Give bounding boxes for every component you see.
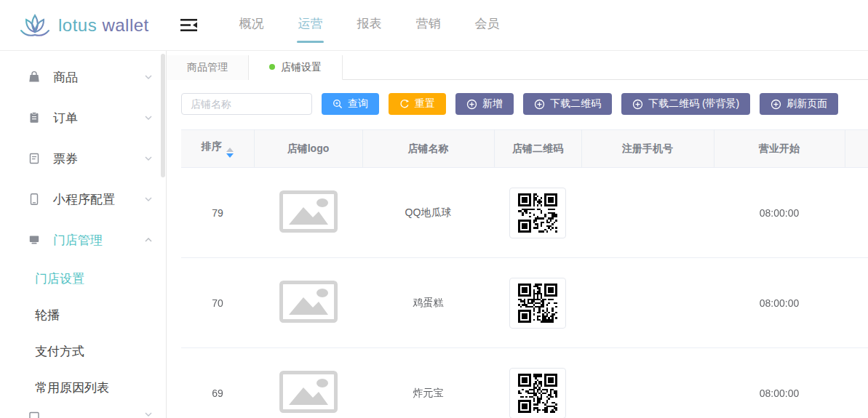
brand-word-lotus: lotus [58,15,97,35]
sidebar-scrollbar-thumb[interactable] [161,54,165,177]
store-qrcode [509,368,566,418]
sidebar-item-label: 小程序配置 [53,191,144,208]
sidebar-item-goods[interactable]: 商品 [0,57,166,97]
table-row: 69 炸元宝 08:00:00 [181,348,868,418]
cell-sort: 79 [181,168,254,258]
cell-open-time: 08:00:00 [714,258,845,348]
column-header-name: 店铺名称 [362,130,494,168]
cell-sort: 70 [181,258,254,348]
chevron-down-icon [144,113,153,122]
tab-bar: 商品管理 店铺设置 [167,55,868,80]
tab-label: 店铺设置 [281,61,322,73]
submenu-item-payment-methods[interactable]: 支付方式 [0,333,166,369]
chevron-down-icon [144,410,153,418]
plus-circle-icon [771,99,781,110]
cell-store-name: 鸡蛋糕 [362,258,494,348]
sidebar-item-label: 票券 [53,150,144,167]
image-placeholder-icon [279,190,338,233]
sidebar-item-label: 商品 [53,69,144,86]
search-icon [333,99,343,109]
cell-phone [581,168,714,258]
top-nav: 概况 运营 报表 营销 会员 [222,0,517,51]
reset-button[interactable]: 重置 [389,93,446,115]
sidebar-item-tickets[interactable]: 票券 [0,138,166,179]
sidebar-menu-overflow [0,406,166,418]
refresh-page-button[interactable]: 刷新页面 [760,93,838,115]
nav-item-members[interactable]: 会员 [458,0,517,51]
sort-carets-icon[interactable] [226,148,234,158]
chevron-down-icon [144,195,153,204]
brand-word-wallet: wallet [102,15,148,35]
column-header-cutoff [845,130,868,168]
submenu-item-store-settings[interactable]: 门店设置 [0,260,166,297]
tab-goods-management[interactable]: 商品管理 [167,55,249,80]
image-placeholder-icon [279,281,338,323]
nav-item-overview[interactable]: 概况 [222,0,281,51]
image-placeholder-icon [279,371,338,413]
ticket-icon [28,152,41,165]
download-qr-background-button[interactable]: 下载二维码 (带背景) [621,93,750,115]
clipboard-icon [28,111,41,124]
lotus-icon [19,11,51,40]
cell-open-time: 08:00:00 [714,348,845,418]
cell-sort: 69 [181,348,254,418]
table-row: 70 鸡蛋糕 08:00:00 [181,258,868,348]
button-label: 刷新页面 [787,97,827,110]
sidebar-item-store-management[interactable]: 门店管理 [0,220,166,260]
column-header-phone: 注册手机号 [581,130,714,168]
button-label: 重置 [415,97,435,110]
button-label: 下载二维码 (带背景) [648,97,739,110]
column-header-open-time: 营业开始 [714,130,845,168]
plus-circle-icon [534,99,545,110]
app-root: lotus wallet 概况 运营 报表 营销 会员 [0,0,868,418]
cell-store-name: 炸元宝 [362,348,494,418]
button-label: 下载二维码 [550,97,601,110]
store-submenu: 门店设置 轮播 支付方式 常用原因列表 [0,260,166,406]
button-label: 新增 [482,97,503,110]
active-tab-dot [269,64,275,70]
store-icon [28,233,41,246]
refresh-icon [399,99,410,109]
miniapp-icon [28,193,41,206]
brand-logo: lotus wallet [19,11,149,40]
sidebar-item-miniapp-config[interactable]: 小程序配置 [0,179,166,220]
main-content: 商品管理 店铺设置 查询 重置 [167,51,868,418]
sidebar-menu: 商品 订单 票 [0,51,166,260]
sidebar-item-label: 门店管理 [53,232,144,249]
cell-store-name: QQ地瓜球 [362,168,494,258]
nav-item-reports[interactable]: 报表 [340,0,399,51]
chevron-up-icon [144,236,153,244]
menu-icon [28,410,41,418]
brand-name: lotus wallet [58,15,149,36]
sidebar-collapse-button[interactable] [180,18,198,33]
table-header-row: 排序 店铺logo 店铺名称 店铺二维码 注册手机号 营业开始 [181,130,868,168]
column-header-qrcode: 店铺二维码 [494,130,581,168]
button-label: 查询 [348,97,368,110]
store-name-input[interactable] [181,93,312,115]
tab-store-settings[interactable]: 店铺设置 [249,55,343,80]
chevron-down-icon [144,154,153,163]
submenu-item-common-reasons[interactable]: 常用原因列表 [0,369,166,406]
search-button[interactable]: 查询 [322,93,379,115]
cell-open-time: 08:00:00 [714,168,845,258]
add-button[interactable]: 新增 [455,93,514,115]
download-qr-button[interactable]: 下载二维码 [523,93,612,115]
nav-item-operations[interactable]: 运营 [281,0,340,51]
stores-table: 排序 店铺logo 店铺名称 店铺二维码 注册手机号 营业开始 79 QQ [181,129,868,418]
cell-phone [581,348,714,418]
table-row: 79 QQ地瓜球 08:00:00 [181,168,868,258]
nav-item-marketing[interactable]: 营销 [399,0,458,51]
plus-circle-icon [466,99,477,110]
bag-icon [28,71,41,84]
column-label: 排序 [202,140,222,152]
cell-phone [581,258,714,348]
sidebar-item-orders[interactable]: 订单 [0,97,166,138]
top-header: lotus wallet 概况 运营 报表 营销 会员 [0,0,868,51]
column-header-logo: 店铺logo [254,130,362,168]
store-qrcode [509,278,566,329]
column-header-sort[interactable]: 排序 [181,130,254,168]
submenu-item-carousel[interactable]: 轮播 [0,297,166,333]
sidebar-item-partial[interactable] [0,406,166,418]
store-qrcode [509,188,566,238]
plus-circle-icon [632,99,643,110]
